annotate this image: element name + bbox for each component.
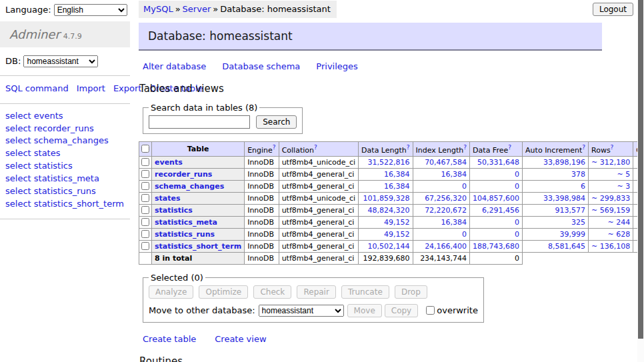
- row-checkbox[interactable]: [141, 182, 149, 190]
- sidebar-item-select-statistics-short-term[interactable]: select statistics_short_term: [5, 198, 125, 211]
- data-free-link[interactable]: 50,331,648: [477, 158, 519, 167]
- row-checkbox[interactable]: [141, 194, 149, 202]
- data-length-link[interactable]: 49,152: [384, 218, 410, 227]
- auto-increment-link[interactable]: 33,398,984: [543, 194, 585, 203]
- optimize-button[interactable]: Optimize: [199, 285, 248, 299]
- alter-database-link[interactable]: Alter database: [143, 61, 206, 71]
- table-link-statistics-runs[interactable]: statistics_runs: [155, 230, 215, 239]
- rows-count-link[interactable]: ~ 244: [607, 218, 630, 227]
- help-icon[interactable]: ?: [314, 144, 317, 151]
- auto-increment-link[interactable]: 325: [571, 218, 585, 227]
- index-length-link[interactable]: 0: [462, 182, 467, 191]
- data-length-link[interactable]: 31,522,816: [368, 158, 410, 167]
- data-length-link[interactable]: 16,384: [384, 182, 410, 191]
- search-fieldset: Search data in tables (8) Search: [143, 103, 303, 134]
- table-link-statistics-meta[interactable]: statistics_meta: [155, 218, 217, 227]
- rows-count-link[interactable]: ~ 299,833: [591, 194, 630, 203]
- auto-increment-link[interactable]: 33,898,196: [543, 158, 585, 167]
- data-free-link[interactable]: 0: [515, 182, 519, 191]
- move-db-select[interactable]: homeassistant: [259, 305, 344, 317]
- data-length-link[interactable]: 16,384: [384, 170, 410, 179]
- move-button[interactable]: Move: [347, 304, 382, 317]
- index-length-link[interactable]: 16,384: [441, 170, 467, 179]
- copy-button[interactable]: Copy: [385, 304, 418, 317]
- repair-button[interactable]: Repair: [297, 285, 335, 299]
- row-checkbox[interactable]: [141, 170, 149, 178]
- row-checkbox[interactable]: [141, 218, 149, 226]
- row-checkbox[interactable]: [141, 158, 149, 166]
- auto-increment-link[interactable]: 913,577: [555, 206, 586, 215]
- rows-count-link[interactable]: ~ 312,180: [591, 158, 630, 167]
- breadcrumb-mysql-link[interactable]: MySQL: [143, 4, 173, 14]
- overwrite-option[interactable]: overwrite: [423, 305, 478, 315]
- data-length-link[interactable]: 49,152: [384, 230, 410, 239]
- rows-count-link[interactable]: ~ 569,159: [591, 206, 630, 215]
- sidebar-item-select-statistics-meta[interactable]: select statistics_meta: [5, 173, 125, 185]
- data-length-link[interactable]: 48,824,320: [368, 206, 410, 215]
- row-checkbox[interactable]: [141, 242, 149, 250]
- index-length-link[interactable]: 67,256,320: [425, 194, 467, 203]
- help-icon[interactable]: ?: [273, 144, 276, 151]
- index-length-link[interactable]: 0: [462, 230, 467, 239]
- index-length-link[interactable]: 72,220,672: [425, 206, 467, 215]
- auto-increment-link[interactable]: 39,999: [560, 230, 586, 239]
- rows-count-link[interactable]: ~ 136,108: [591, 242, 630, 251]
- sidebar-item-select-statistics-runs[interactable]: select statistics_runs: [5, 185, 125, 198]
- sidebar-item-select-recorder-runs[interactable]: select recorder_runs: [5, 123, 125, 135]
- auto-increment-link[interactable]: 378: [571, 170, 585, 179]
- rows-count-link[interactable]: ~ 5: [617, 170, 630, 179]
- data-free-link[interactable]: 0: [515, 230, 519, 239]
- table-link-statistics-short-term[interactable]: statistics_short_term: [155, 242, 241, 251]
- table-link-statistics[interactable]: statistics: [155, 206, 193, 215]
- create-table-link[interactable]: Create table: [143, 334, 196, 344]
- row-checkbox[interactable]: [141, 206, 149, 214]
- import-link[interactable]: Import: [77, 83, 105, 93]
- table-link-states[interactable]: states: [155, 194, 181, 203]
- help-icon[interactable]: ?: [463, 144, 467, 151]
- vertical-scrollbar[interactable]: [637, 0, 644, 362]
- index-length-link[interactable]: 16,384: [441, 218, 467, 227]
- sidebar-item-select-states[interactable]: select states: [5, 147, 125, 160]
- privileges-link[interactable]: Privileges: [316, 61, 358, 71]
- row-checkbox[interactable]: [141, 230, 149, 238]
- data-free-link[interactable]: 6,291,456: [482, 206, 519, 215]
- index-length-link[interactable]: 24,166,400: [425, 242, 467, 251]
- overwrite-checkbox[interactable]: [426, 306, 435, 315]
- auto-increment-link[interactable]: 8,581,645: [548, 242, 585, 251]
- rows-count-link[interactable]: ~ 628: [607, 230, 630, 239]
- auto-increment-link[interactable]: 6: [581, 182, 585, 191]
- sidebar-item-select-statistics[interactable]: select statistics: [5, 160, 125, 173]
- help-icon[interactable]: ?: [407, 144, 410, 151]
- rows-count-link[interactable]: ~ 3: [617, 182, 630, 191]
- help-icon[interactable]: ?: [611, 144, 614, 151]
- table-link-recorder-runs[interactable]: recorder_runs: [155, 170, 212, 179]
- data-length-link[interactable]: 10,502,144: [368, 242, 410, 251]
- help-icon[interactable]: ?: [508, 144, 511, 151]
- language-select[interactable]: English: [54, 4, 127, 16]
- search-input[interactable]: [149, 115, 250, 129]
- index-length-link[interactable]: 70,467,584: [425, 158, 467, 167]
- drop-button[interactable]: Drop: [395, 285, 427, 299]
- db-select[interactable]: homeassistant: [23, 55, 98, 67]
- analyze-button[interactable]: Analyze: [149, 285, 193, 299]
- breadcrumb-server-link[interactable]: Server: [183, 4, 211, 14]
- table-link-schema-changes[interactable]: schema_changes: [155, 182, 224, 191]
- database-schema-link[interactable]: Database schema: [222, 61, 300, 71]
- data-free-link[interactable]: 0: [515, 170, 519, 179]
- sidebar-item-select-events[interactable]: select events: [5, 110, 125, 123]
- help-icon[interactable]: ?: [582, 144, 585, 151]
- sql-command-link[interactable]: SQL command: [5, 83, 69, 93]
- truncate-button[interactable]: Truncate: [341, 285, 389, 299]
- create-view-link[interactable]: Create view: [215, 334, 266, 344]
- data-free-link[interactable]: 0: [515, 218, 519, 227]
- sidebar-item-select-schema-changes[interactable]: select schema_changes: [5, 135, 125, 147]
- select-all-checkbox[interactable]: [141, 145, 149, 153]
- table-link-events[interactable]: events: [155, 158, 183, 167]
- export-link[interactable]: Export: [113, 83, 142, 93]
- scrollbar-thumb[interactable]: [638, 0, 643, 339]
- data-length-link[interactable]: 101,859,328: [363, 194, 410, 203]
- data-free-link[interactable]: 104,857,600: [473, 194, 519, 203]
- data-free-link[interactable]: 188,743,680: [473, 242, 519, 251]
- check-button[interactable]: Check: [253, 285, 291, 299]
- search-button[interactable]: Search: [256, 115, 297, 129]
